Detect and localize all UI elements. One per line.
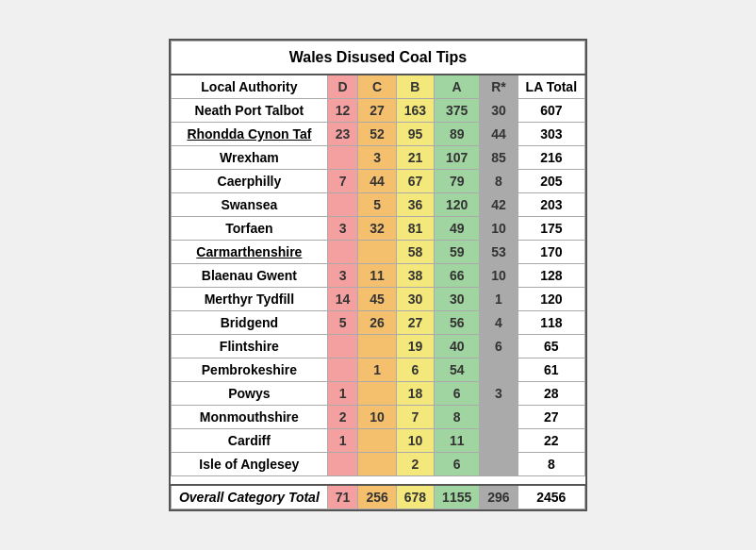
table-row: Isle of Anglesey268 [171, 453, 584, 476]
footer-label: Overall Category Total [171, 485, 327, 509]
cell-r [480, 406, 518, 429]
cell-b: 163 [396, 99, 434, 123]
cell-c: 32 [358, 217, 396, 241]
header-row: Local Authority D C B A R* LA Total [171, 75, 584, 99]
cell-r: 85 [480, 146, 518, 170]
cell-r [480, 453, 518, 476]
table-row: Carmarthenshire585953170 [171, 241, 584, 264]
cell-total: 8 [518, 453, 584, 476]
cell-a: 66 [435, 264, 480, 288]
la-cell: Powys [171, 382, 327, 406]
cell-d [327, 146, 358, 170]
cell-a: 89 [435, 123, 480, 146]
spacer-row [171, 476, 584, 486]
cell-total: 65 [518, 335, 584, 358]
cell-a: 6 [435, 382, 480, 406]
cell-c [358, 453, 396, 476]
cell-c: 44 [358, 170, 396, 193]
footer-r: 296 [480, 485, 518, 509]
la-cell: Caerphilly [171, 170, 327, 193]
cell-r: 4 [480, 311, 518, 335]
footer-row: Overall Category Total 71 256 678 1155 2… [171, 485, 584, 509]
cell-a: 59 [435, 241, 480, 264]
cell-b: 67 [396, 170, 434, 193]
cell-c [358, 241, 396, 264]
cell-r [480, 429, 518, 453]
table-row: Flintshire1940665 [171, 335, 584, 358]
footer-c: 256 [358, 485, 396, 509]
table-footer: Overall Category Total 71 256 678 1155 2… [171, 476, 584, 509]
la-cell: Monmouthshire [171, 406, 327, 429]
table-row: Wrexham32110785216 [171, 146, 584, 170]
table-row: Bridgend52627564118 [171, 311, 584, 335]
cell-b: 18 [396, 382, 434, 406]
cell-d: 23 [327, 123, 358, 146]
cell-c: 5 [358, 193, 396, 217]
cell-total: 118 [518, 311, 584, 335]
cell-a: 8 [435, 406, 480, 429]
cell-b: 7 [396, 406, 434, 429]
la-cell: Bridgend [171, 311, 327, 335]
cell-c [358, 429, 396, 453]
cell-b: 81 [396, 217, 434, 241]
table-row: Powys1186328 [171, 382, 584, 406]
cell-c: 11 [358, 264, 396, 288]
coal-tips-table: Wales Disused Coal Tips Local Authority … [171, 41, 585, 509]
cell-a: 40 [435, 335, 480, 358]
cell-total: 216 [518, 146, 584, 170]
header-la: Local Authority [171, 75, 327, 99]
cell-d: 3 [327, 264, 358, 288]
cell-c: 10 [358, 406, 396, 429]
cell-total: 607 [518, 99, 584, 123]
footer-b: 678 [396, 485, 434, 509]
cell-total: 22 [518, 429, 584, 453]
cell-r: 8 [480, 170, 518, 193]
cell-b: 38 [396, 264, 434, 288]
cell-a: 107 [435, 146, 480, 170]
cell-b: 2 [396, 453, 434, 476]
la-cell: Rhondda Cynon Taf [171, 123, 327, 146]
cell-a: 54 [435, 358, 480, 382]
cell-a: 6 [435, 453, 480, 476]
cell-c [358, 382, 396, 406]
cell-c: 27 [358, 99, 396, 123]
cell-total: 27 [518, 406, 584, 429]
cell-total: 128 [518, 264, 584, 288]
cell-a: 49 [435, 217, 480, 241]
footer-a: 1155 [435, 485, 480, 509]
cell-d [327, 241, 358, 264]
table-row: Torfaen332814910175 [171, 217, 584, 241]
table-row: Neath Port Talbot122716337530607 [171, 99, 584, 123]
cell-d [327, 453, 358, 476]
cell-c: 52 [358, 123, 396, 146]
la-cell: Pembrokeshire [171, 358, 327, 382]
cell-c [358, 335, 396, 358]
cell-r: 1 [480, 288, 518, 311]
cell-a: 11 [435, 429, 480, 453]
cell-b: 58 [396, 241, 434, 264]
la-cell: Torfaen [171, 217, 327, 241]
cell-a: 79 [435, 170, 480, 193]
la-cell: Carmarthenshire [171, 241, 327, 264]
footer-total: 2456 [518, 485, 584, 509]
cell-a: 30 [435, 288, 480, 311]
title-row: Wales Disused Coal Tips [171, 42, 584, 75]
cell-r: 3 [480, 382, 518, 406]
table-title: Wales Disused Coal Tips [171, 42, 584, 75]
cell-d: 7 [327, 170, 358, 193]
table-row: Swansea53612042203 [171, 193, 584, 217]
la-cell: Flintshire [171, 335, 327, 358]
cell-d: 14 [327, 288, 358, 311]
la-cell: Isle of Anglesey [171, 453, 327, 476]
cell-total: 28 [518, 382, 584, 406]
cell-r: 10 [480, 264, 518, 288]
cell-d: 3 [327, 217, 358, 241]
la-cell: Blaenau Gwent [171, 264, 327, 288]
cell-r: 10 [480, 217, 518, 241]
footer-d: 71 [327, 485, 358, 509]
cell-d [327, 358, 358, 382]
cell-c: 1 [358, 358, 396, 382]
cell-b: 10 [396, 429, 434, 453]
cell-total: 61 [518, 358, 584, 382]
header-c: C [358, 75, 396, 99]
